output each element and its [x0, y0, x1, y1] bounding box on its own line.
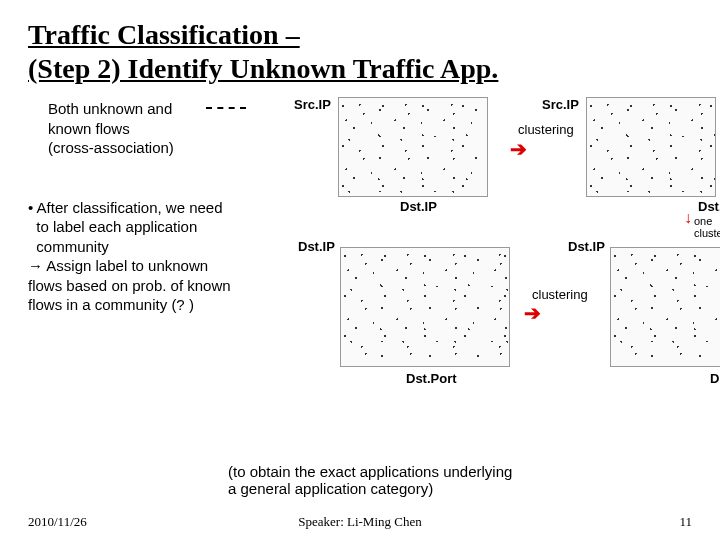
- bullet-line3: community: [28, 238, 109, 255]
- caption: (to obtain the exact applications underl…: [228, 463, 692, 497]
- slide-title: Traffic Classification – (Step 2) Identi…: [28, 18, 692, 85]
- ylabel-srcip-1: Src.IP: [294, 97, 331, 112]
- footer-speaker: Speaker: Li-Ming Chen: [298, 514, 421, 530]
- left-column: Both unknown and known flows (cross-asso…: [28, 97, 278, 457]
- bullet-line2: to label each application: [28, 218, 197, 235]
- ylabel-srcip-2: Src.IP: [542, 97, 579, 112]
- footer-date: 2010/11/26: [28, 514, 87, 530]
- title-line1: Traffic Classification –: [28, 19, 300, 50]
- chart-bottom-right: Dst.IP Dst.Port: [578, 247, 720, 367]
- arrow-right-icon-top: ➔: [510, 137, 527, 161]
- ylabel-dstip-3: Dst.IP: [298, 239, 335, 254]
- arrow-down-icon: ↓: [684, 209, 692, 227]
- bullet-line4: → Assign label to unknown: [28, 257, 208, 274]
- chart-top-left: Src.IP Dst.IP: [308, 97, 488, 197]
- note1-line3: (cross-association): [48, 139, 174, 156]
- bullet-block: • After classification, we need to label…: [28, 198, 278, 315]
- caption-line1: (to obtain the exact applications underl…: [228, 463, 512, 480]
- xlabel-dstip-1: Dst.IP: [400, 199, 437, 214]
- slide: Traffic Classification – (Step 2) Identi…: [0, 0, 720, 540]
- bullet-line5: flows based on prob. of known: [28, 277, 231, 294]
- bullet-line6: flows in a community (? ): [28, 296, 194, 313]
- note1-line2: known flows: [48, 120, 130, 137]
- xlabel-dstport-4: Dst.Port: [710, 371, 720, 386]
- note-cross-association: Both unknown and known flows (cross-asso…: [28, 99, 278, 158]
- ylabel-dstip-4: Dst.IP: [568, 239, 605, 254]
- content-row: Both unknown and known flows (cross-asso…: [28, 97, 692, 457]
- footer-page: 11: [679, 514, 692, 530]
- scatter-plot-2: [586, 97, 716, 197]
- dashed-connector: [206, 107, 246, 109]
- charts-area: Src.IP Dst.IP clustering ➔ Src.IP Dst.IP…: [288, 97, 692, 457]
- bullet-line1: • After classification, we need: [28, 199, 223, 216]
- note1-line1: Both unknown and: [48, 100, 172, 117]
- scatter-plot-4: [610, 247, 720, 367]
- caption-line2: a general application category): [228, 480, 433, 497]
- xlabel-dstip-2: Dst.IP: [698, 199, 720, 214]
- chart-top-right: Src.IP Dst.IP: [550, 97, 716, 197]
- scatter-plot-3: [340, 247, 510, 367]
- xlabel-dstport-3: Dst.Port: [406, 371, 457, 386]
- footer: 2010/11/26 Speaker: Li-Ming Chen 11: [28, 514, 692, 530]
- one-cluster-label: one cluster: [694, 215, 720, 239]
- chart-bottom-left: Dst.IP Dst.Port: [310, 247, 510, 367]
- title-line2: (Step 2) Identify Unknown Traffic App.: [28, 53, 498, 84]
- scatter-plot-1: [338, 97, 488, 197]
- arrow-right-icon-bottom: ➔: [524, 301, 541, 325]
